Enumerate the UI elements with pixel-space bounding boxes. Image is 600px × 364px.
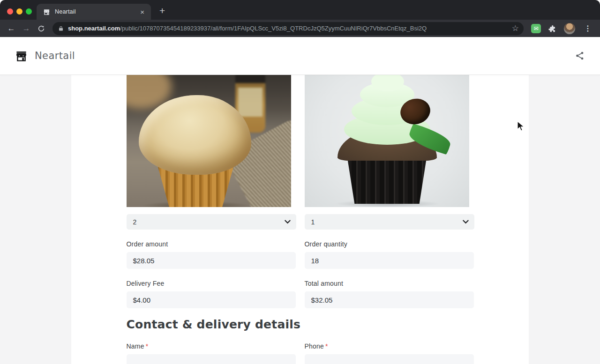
muffin-image-bottle-label (238, 88, 262, 117)
new-tab-button[interactable]: + (156, 5, 169, 16)
tab-title: Neartail (55, 8, 138, 15)
product-row: 2 (127, 74, 474, 230)
order-quantity-label: Order quantity (305, 240, 474, 248)
total-amount-field: Total amount (305, 280, 474, 308)
delivery-fee-input[interactable] (127, 291, 296, 308)
storefront-icon (15, 50, 28, 62)
name-label: Name* (127, 342, 296, 350)
zoom-window-button[interactable] (26, 8, 32, 15)
cupcake-quantity-value: 1 (311, 218, 315, 226)
url-path: /public/107870735454189233937/all/form/1… (120, 25, 427, 32)
name-field: Name* (127, 342, 296, 364)
order-quantity-input[interactable] (305, 252, 474, 269)
back-icon[interactable]: ← (5, 22, 18, 35)
tab-strip: Neartail × + (0, 0, 600, 20)
order-quantity-field: Order quantity (305, 240, 474, 269)
name-phone-row: Name* Phone* (127, 342, 474, 364)
browser-menu-icon[interactable]: ⋮ (580, 24, 595, 33)
address-bar[interactable]: shop.neartail.com/public/107870735454189… (52, 22, 524, 35)
delivery-fee-label: Delivery Fee (127, 280, 296, 287)
amount-quantity-row: Order amount Order quantity (127, 240, 474, 269)
chevron-down-icon (463, 220, 469, 224)
extensions-puzzle-icon[interactable] (546, 24, 559, 33)
url-domain: shop.neartail.com (68, 25, 120, 32)
browser-toolbar: ← → shop.neartail.com/public/10787073545… (0, 20, 600, 37)
cupcake-quantity-select[interactable]: 1 (305, 214, 474, 230)
phone-field: Phone* (305, 342, 474, 364)
phone-label: Phone* (305, 342, 474, 350)
bookmark-star-icon[interactable]: ☆ (512, 23, 519, 33)
order-amount-field: Order amount (127, 240, 296, 269)
order-form: 2 (127, 74, 474, 364)
product-card-muffin: 2 (127, 74, 296, 230)
storefront-favicon-icon (43, 8, 50, 15)
muffin-product-image (127, 74, 291, 207)
order-amount-label: Order amount (127, 240, 296, 248)
muffin-quantity-select[interactable]: 2 (127, 214, 296, 230)
phone-label-text: Phone (305, 342, 324, 350)
name-input[interactable] (127, 354, 296, 364)
required-asterisk: * (146, 342, 149, 350)
site-header: Neartail (0, 37, 600, 74)
contact-section-heading: Contact & delivery details (127, 318, 474, 331)
browser-window: Neartail × + ← → shop.neartail.com/publi… (0, 0, 600, 364)
share-icon[interactable] (575, 51, 585, 61)
reload-icon[interactable] (35, 22, 48, 35)
cupcake-product-image (305, 74, 469, 207)
minimize-window-button[interactable] (16, 8, 22, 15)
tab-close-icon[interactable]: × (138, 7, 146, 16)
site-brand: Neartail (35, 50, 75, 61)
page-background: 2 (0, 74, 600, 364)
window-controls (7, 8, 32, 15)
close-window-button[interactable] (7, 8, 13, 15)
phone-input[interactable] (305, 354, 474, 364)
total-amount-input[interactable] (305, 291, 474, 308)
fee-total-row: Delivery Fee Total amount (127, 280, 474, 308)
shop-content: 2 (71, 74, 529, 364)
order-amount-input[interactable] (127, 252, 296, 269)
name-label-text: Name (127, 342, 144, 350)
lock-icon (58, 25, 64, 32)
forward-icon[interactable]: → (20, 22, 33, 35)
browser-tab-neartail[interactable]: Neartail × (37, 4, 151, 20)
muffin-quantity-value: 2 (133, 218, 137, 226)
required-asterisk: * (325, 342, 328, 350)
total-amount-label: Total amount (305, 280, 474, 287)
chevron-down-icon (285, 220, 291, 224)
profile-avatar[interactable] (564, 23, 575, 34)
mail-extension-icon[interactable]: ✉ (531, 24, 541, 33)
url-text: shop.neartail.com/public/107870735454189… (68, 25, 508, 32)
delivery-fee-field: Delivery Fee (127, 280, 296, 308)
product-card-cupcake: 1 (305, 74, 474, 230)
